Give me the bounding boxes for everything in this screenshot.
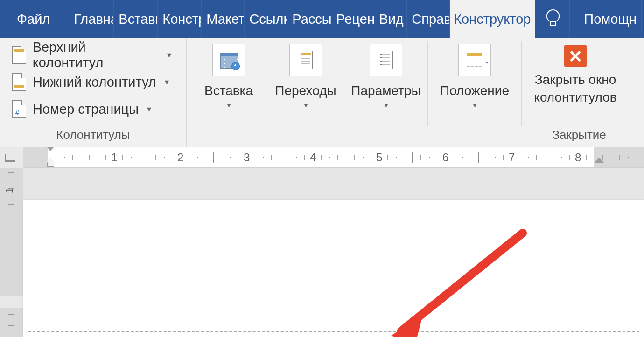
caret-icon: ▾ [473, 102, 476, 109]
options-button[interactable]: Параметры ▾ [344, 41, 427, 126]
tab-header-footer-design[interactable]: Конструктор [450, 0, 535, 38]
tab-mailings[interactable]: Рассы. [287, 0, 331, 38]
ruler-number: 2 [177, 151, 183, 164]
tab-assist[interactable]: Помощн [570, 0, 642, 38]
caret-icon: ▾ [165, 77, 169, 87]
tab-insert[interactable]: Вставк [114, 0, 158, 38]
caret-icon: ▾ [167, 50, 171, 60]
close-label-1: Закрыть окно [535, 72, 616, 87]
tab-design[interactable]: Констр [158, 0, 202, 38]
ruler-number: 5 [376, 151, 382, 164]
page-number-label: Номер страницы [33, 102, 139, 117]
insert-label: Вставка [204, 83, 253, 99]
position-button[interactable]: ↓ Положение ▾ [428, 41, 521, 126]
close-x-icon [564, 45, 587, 67]
page-number-icon: # [12, 100, 26, 118]
ribbon: Верхний колонтитул ▾ Нижний колонтитул ▾… [0, 38, 644, 147]
vertical-ruler[interactable]: 1 [0, 168, 23, 337]
tab-references[interactable]: Ссылк [245, 0, 287, 38]
position-icon: ↓ [465, 51, 484, 69]
ruler-number: 3 [244, 151, 250, 164]
close-label-2: колонтитулов [534, 90, 616, 104]
footer-label: Нижний колонтитул [33, 75, 156, 90]
page-number-button[interactable]: # Номер страницы ▾ [12, 96, 171, 122]
caret-icon: ▾ [227, 102, 231, 109]
page[interactable] [23, 200, 644, 337]
lightbulb-icon [545, 9, 559, 29]
group-label-close: Закрытие [525, 126, 633, 147]
transitions-button[interactable]: Переходы ▾ [267, 41, 344, 126]
caret-icon: ▾ [147, 104, 151, 114]
group-header-footer: Верхний колонтитул ▾ Нижний колонтитул ▾… [0, 38, 187, 147]
tab-home[interactable]: Главна [69, 0, 114, 38]
group-label-header-footer: Колонтитулы [0, 126, 186, 147]
position-label: Положение [440, 83, 509, 99]
tell-me[interactable] [535, 0, 570, 38]
tab-review[interactable]: Рецен [331, 0, 374, 38]
header-button[interactable]: Верхний колонтитул ▾ [12, 42, 171, 68]
tab-help[interactable]: Справ [407, 0, 450, 38]
close-header-footer-button[interactable]: Закрыть окно колонтитулов [522, 41, 629, 106]
header-icon [12, 46, 26, 64]
tab-selector[interactable] [0, 147, 23, 168]
insert-button[interactable]: Вставка ▾ [190, 41, 267, 126]
insert-datetime-icon [220, 53, 237, 68]
tab-view[interactable]: Вид [374, 0, 407, 38]
navigation-icon [299, 51, 313, 69]
tab-layout[interactable]: Макет [202, 0, 245, 38]
caret-icon: ▾ [304, 102, 308, 109]
ruler-number: 1 [111, 151, 117, 164]
horizontal-ruler[interactable]: 12345678 [0, 147, 644, 168]
header-boundary [28, 331, 639, 332]
ruler-number: 7 [509, 151, 515, 164]
footer-icon [12, 73, 26, 91]
document-area: 1 [0, 168, 644, 337]
ruler-number: 8 [575, 151, 581, 164]
options-label: Параметры [351, 83, 420, 99]
caret-icon: ▾ [385, 102, 388, 109]
tab-file[interactable]: Файл [0, 0, 69, 38]
options-icon [379, 51, 393, 69]
ribbon-tabs: Файл Главна Вставк Констр Макет Ссылк Ра… [0, 0, 644, 38]
header-label: Верхний колонтитул [33, 40, 159, 70]
ruler-number: 6 [442, 151, 448, 164]
footer-button[interactable]: Нижний колонтитул ▾ [12, 69, 171, 95]
transitions-label: Переходы [275, 83, 336, 99]
ruler-number: 4 [310, 151, 316, 164]
